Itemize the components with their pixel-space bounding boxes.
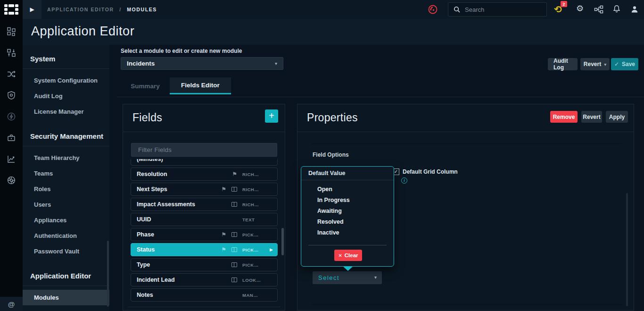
tab-fields-editor[interactable]: Fields Editor xyxy=(170,77,231,94)
properties-scrollbar[interactable] xyxy=(626,193,628,306)
cases-briefcase-icon[interactable] xyxy=(0,127,23,148)
save-button[interactable]: ✓ Save xyxy=(611,58,638,70)
grid-column-icon xyxy=(231,247,237,252)
audit-log-button[interactable]: Audit Log xyxy=(548,58,578,70)
fields-list-scrollbar[interactable] xyxy=(281,228,284,255)
revert-dropdown-button[interactable]: Revert ▾ xyxy=(580,58,610,70)
sidebar-item-license-manager[interactable]: License Manager xyxy=(23,104,109,119)
field-type-badge: RICH… xyxy=(242,202,259,207)
default-value-option-resolved[interactable]: Resolved xyxy=(301,217,394,227)
fields-panel-header: Fields + xyxy=(123,104,285,132)
field-row--minutes-[interactable]: (Minutes) xyxy=(131,159,278,166)
notifications-bell-icon[interactable] xyxy=(612,4,621,16)
workflow-icon[interactable] xyxy=(594,5,603,16)
field-name: Notes xyxy=(137,292,153,298)
remove-field-button[interactable]: Remove xyxy=(550,111,578,123)
settings-sidebar: SystemSystem ConfigurationAudit LogLicen… xyxy=(23,45,109,311)
sidebar-item-password-vault[interactable]: Password Vault xyxy=(23,244,109,259)
clear-label: Clear xyxy=(345,252,358,258)
default-value-select[interactable]: Select ▾ xyxy=(313,271,382,284)
add-field-button[interactable]: + xyxy=(265,109,278,123)
user-profile-icon[interactable] xyxy=(630,5,639,16)
sidebar-item-appliances[interactable]: Appliances xyxy=(23,212,109,228)
field-row-impact-assessments[interactable]: Impact AssessmentsRICH… xyxy=(131,198,278,211)
field-row-incident-lead[interactable]: Incident LeadLOOK… xyxy=(131,273,278,286)
default-grid-column-label: Default Grid Column xyxy=(403,168,458,175)
default-value-option-inactive[interactable]: Inactive xyxy=(301,227,394,238)
default-value-option-in-progress[interactable]: In Progress xyxy=(301,195,394,206)
main-content: Select a module to edit or create new mo… xyxy=(117,45,644,311)
field-name: Resolution xyxy=(137,171,167,177)
applications-icon[interactable] xyxy=(0,42,23,63)
sidebar-item-teams[interactable]: Teams xyxy=(23,166,109,181)
app-logo[interactable] xyxy=(0,0,23,19)
flag-icon: ⚑ xyxy=(221,186,226,192)
flag-icon: ⚑ xyxy=(221,247,226,252)
orchestration-wheel-icon[interactable] xyxy=(0,169,23,191)
play-icon: ▶ xyxy=(30,6,34,13)
sidebar-section-heading: System xyxy=(23,48,109,68)
automation-bolt-icon[interactable] xyxy=(0,106,23,127)
sidebar-item-modules[interactable]: Modules xyxy=(23,290,109,305)
default-value-option-awaiting[interactable]: Awaiting xyxy=(301,206,394,217)
default-value-option-open[interactable]: Open xyxy=(301,184,394,195)
revert-field-button[interactable]: Revert xyxy=(581,111,602,123)
application-window: ▶ APPLICATION EDITOR / MODULES ⟲ 2 ⚙ xyxy=(0,0,644,311)
sidebar-item-team-hierarchy[interactable]: Team Hierarchy xyxy=(23,150,109,166)
fields-list: (Minutes)Resolution⚑RICH…Next Steps⚑RICH… xyxy=(131,159,278,305)
sidebar-item-system-configuration[interactable]: System Configuration xyxy=(23,73,109,88)
default-value-options: OpenIn ProgressAwaitingResolvedInactive xyxy=(301,180,394,238)
grid-column-icon xyxy=(231,202,237,207)
breadcrumb-current: MODULES xyxy=(127,7,157,12)
security-shield-icon[interactable] xyxy=(0,84,23,106)
filter-fields-input[interactable] xyxy=(132,143,277,156)
settings-gear-icon[interactable]: ⚙ xyxy=(576,3,584,14)
sidebar-item-authentication[interactable]: Authentication xyxy=(23,228,109,244)
field-row-phase[interactable]: Phase⚑PICK… xyxy=(131,228,278,241)
field-row-notes[interactable]: NotesMAN… xyxy=(131,288,278,302)
revert-label: Revert xyxy=(584,61,601,67)
reports-chart-icon[interactable] xyxy=(0,148,23,169)
field-row-uuid[interactable]: UUIDTEXT xyxy=(131,213,278,226)
history-button[interactable]: ⟲ 2 xyxy=(553,2,567,17)
check-icon: ✓ xyxy=(614,61,619,67)
sidebar-item-users[interactable]: Users xyxy=(23,197,109,212)
clear-button[interactable]: ✕ Clear xyxy=(334,250,362,261)
integrations-shuffle-icon[interactable] xyxy=(0,63,23,84)
tab-summary[interactable]: Summary xyxy=(121,77,170,94)
sidebar-section-heading: Application Editor xyxy=(23,265,109,286)
sidebar-item-roles[interactable]: Roles xyxy=(23,181,109,197)
at-mention-icon[interactable]: @ xyxy=(8,300,15,308)
grid-column-icon xyxy=(231,187,237,192)
remove-label: Remove xyxy=(553,114,575,120)
sidebar-item-audit-log[interactable]: Audit Log xyxy=(23,88,109,104)
filter-fields-box[interactable] xyxy=(131,143,277,157)
module-select-dropdown[interactable]: Incidents ▾ xyxy=(121,57,283,70)
topbar: ▶ APPLICATION EDITOR / MODULES ⟲ 2 ⚙ xyxy=(0,0,644,19)
dashboards-icon[interactable] xyxy=(0,21,23,42)
chevron-down-icon: ▾ xyxy=(604,62,606,67)
nav-expand-button[interactable]: ▶ xyxy=(23,0,41,19)
info-icon[interactable]: i xyxy=(401,177,407,184)
field-row-next-steps[interactable]: Next Steps⚑RICH… xyxy=(131,183,278,196)
field-row-status[interactable]: Status⚑PICK…▶ xyxy=(131,243,278,256)
breadcrumb-parent[interactable]: APPLICATION EDITOR xyxy=(47,7,114,12)
flag-icon: ⚑ xyxy=(232,171,237,177)
field-name: (Minutes) xyxy=(137,159,163,162)
field-options-label: Field Options xyxy=(313,151,349,158)
chevron-down-icon: ▾ xyxy=(275,61,277,66)
sidebar-scrollbar[interactable] xyxy=(107,241,109,307)
field-type-badge: PICK… xyxy=(242,247,259,252)
search-box[interactable] xyxy=(448,2,547,17)
audit-log-label: Audit Log xyxy=(553,58,572,71)
field-row-type[interactable]: TypePICK… xyxy=(131,258,278,271)
field-name: Impact Assessments xyxy=(137,201,195,208)
notification-badge: 2 xyxy=(561,1,567,7)
apply-field-button[interactable]: Apply xyxy=(606,111,628,123)
apply-label: Apply xyxy=(609,114,625,120)
page-title: Application Editor xyxy=(31,24,134,39)
field-type-badge: PICK… xyxy=(242,262,259,268)
field-row-resolution[interactable]: Resolution⚑RICH… xyxy=(131,168,278,181)
usage-gauge-icon[interactable] xyxy=(427,4,438,15)
search-input[interactable] xyxy=(465,6,540,13)
